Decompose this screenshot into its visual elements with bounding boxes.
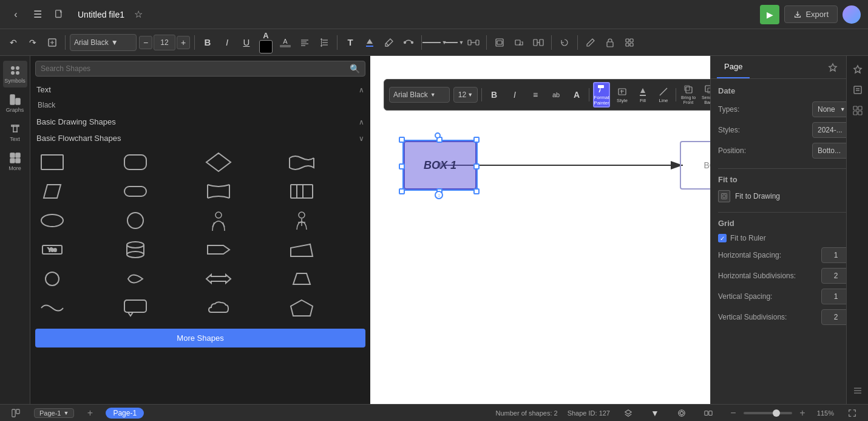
shape-circle-small[interactable] <box>35 265 69 292</box>
shape-decision[interactable]: Yes <box>35 236 69 263</box>
canvas-area[interactable]: Arial Black ▼ 12 ▼ B I ≡ ab A Format Pai… <box>370 56 710 404</box>
connection-button[interactable] <box>400 34 417 51</box>
menu-button[interactable]: ☰ <box>29 6 46 23</box>
shape-callout[interactable] <box>118 295 152 321</box>
float-fill-button[interactable]: Fill <box>634 82 651 108</box>
shape-ellipse[interactable] <box>35 207 69 234</box>
page-add-button[interactable]: + <box>84 407 96 419</box>
play-button[interactable]: ▶ <box>760 5 779 24</box>
text-align-button[interactable] <box>296 34 313 51</box>
lock-button[interactable] <box>602 34 619 51</box>
box1[interactable]: BOX 1 <box>404 141 476 190</box>
float-send-to-back-button[interactable]: Send to Back <box>700 82 710 108</box>
edit-button[interactable] <box>582 34 599 51</box>
float-align-button[interactable]: ≡ <box>527 86 544 103</box>
waypoint-button[interactable] <box>465 34 482 51</box>
shape-wave[interactable] <box>285 149 318 176</box>
text-section-header[interactable]: Text ∧ <box>30 81 370 98</box>
shape-cylinder-side[interactable] <box>202 178 235 205</box>
text-format-button[interactable]: T <box>342 34 359 51</box>
rotation-handle[interactable] <box>435 132 441 139</box>
float-A-button[interactable]: A <box>568 86 585 103</box>
more-shapes-button[interactable]: More Shapes <box>35 329 365 347</box>
handle-left-middle[interactable] <box>399 163 405 169</box>
rotate-button[interactable] <box>556 34 573 51</box>
format-button[interactable] <box>44 34 61 51</box>
user-avatar[interactable] <box>843 5 861 24</box>
float-font-select[interactable]: Arial Black ▼ <box>389 87 450 103</box>
float-italic-button[interactable]: I <box>506 86 523 103</box>
status-layout-icon[interactable] <box>7 405 24 422</box>
strip-icon-star[interactable] <box>849 61 866 78</box>
handle-top-left[interactable] <box>399 137 405 143</box>
redo-button[interactable]: ↷ <box>24 34 41 51</box>
layout-button[interactable] <box>530 34 547 51</box>
layer-icon[interactable] <box>620 405 637 422</box>
font-size-increase[interactable]: + <box>177 36 190 49</box>
connector-style-button[interactable]: ▼ <box>446 34 463 51</box>
box2[interactable]: BOX 2 <box>680 141 710 190</box>
font-size-value[interactable]: 12 <box>154 35 175 50</box>
undo-button[interactable]: ↶ <box>5 34 22 51</box>
underline-button[interactable]: U <box>238 34 255 51</box>
fullscreen-button[interactable] <box>844 405 861 422</box>
shape-diamond[interactable] <box>202 149 235 176</box>
shape-arrow-left-right[interactable] <box>202 265 235 292</box>
zoom-thumb[interactable] <box>773 409 780 417</box>
shape-person-outline[interactable] <box>285 207 318 234</box>
font-color-button[interactable]: A <box>257 34 274 51</box>
export-button[interactable]: Export <box>784 5 838 23</box>
line-style-button[interactable]: ▼ <box>426 34 443 51</box>
sidebar-item-graphs[interactable]: Graphs <box>3 90 27 117</box>
shape-wave2[interactable] <box>35 295 69 321</box>
basic-shapes-header[interactable]: Basic Drawing Shapes ∧ <box>30 114 370 130</box>
page-tab-1[interactable]: Page-1 <box>106 408 144 419</box>
back-button[interactable]: ‹ <box>7 6 24 23</box>
line-spacing-button[interactable] <box>316 34 333 51</box>
strip-icon-list[interactable] <box>849 382 866 399</box>
shape-cloud[interactable] <box>202 295 235 321</box>
favorite-icon[interactable]: ☆ <box>134 9 143 20</box>
handle-right-middle[interactable] <box>473 163 480 169</box>
shape-circle[interactable] <box>118 207 152 234</box>
move-handle[interactable]: ↕ <box>435 191 443 199</box>
float-format-painter-button[interactable]: Format Painter <box>593 82 610 108</box>
resize-button[interactable] <box>510 34 527 51</box>
float-bold-button[interactable]: B <box>486 86 503 103</box>
float-style-button[interactable]: Style <box>614 82 631 108</box>
zoom-slider[interactable] <box>744 412 792 414</box>
zoom-in-button[interactable]: + <box>796 406 809 420</box>
sidebar-item-text[interactable]: Text <box>3 119 27 146</box>
shape-rectangle[interactable] <box>35 149 69 176</box>
page-selector[interactable]: Page-1 ▼ <box>34 408 74 418</box>
float-line-button[interactable]: Line <box>655 82 672 108</box>
extra-button[interactable] <box>621 34 638 51</box>
shape-lens[interactable] <box>118 265 152 292</box>
font-family-select[interactable]: Arial Black ▼ <box>70 34 137 51</box>
handle-bottom-right[interactable] <box>473 188 480 194</box>
container-button[interactable] <box>491 34 508 51</box>
fill-button[interactable] <box>361 34 378 51</box>
shape-striped[interactable] <box>285 178 318 205</box>
shape-parallelogram[interactable] <box>35 178 69 205</box>
status-icon2[interactable]: ▼ <box>646 405 663 422</box>
shape-arrow-right[interactable] <box>202 236 235 263</box>
shape-stadium[interactable] <box>118 178 152 205</box>
float-bring-to-front-button[interactable]: Bring to Front <box>680 82 697 108</box>
strip-icon-grid[interactable] <box>849 102 866 119</box>
zoom-out-button[interactable]: − <box>727 406 740 420</box>
float-ab-button[interactable]: ab <box>548 86 565 103</box>
italic-button[interactable]: I <box>219 34 236 51</box>
tab-page[interactable]: Page <box>717 56 750 78</box>
handle-top-right[interactable] <box>473 137 480 143</box>
panel-icon-star[interactable] <box>824 59 841 76</box>
handle-bottom-left[interactable] <box>399 188 405 194</box>
fit-to-ruler-checkbox[interactable]: ✓ <box>718 234 727 242</box>
sidebar-item-more[interactable]: More <box>3 148 27 175</box>
search-input[interactable] <box>41 64 346 73</box>
shape-pentagon[interactable] <box>285 295 318 321</box>
shape-trapezoid[interactable] <box>285 265 318 292</box>
strip-icon-format[interactable] <box>849 81 866 98</box>
sidebar-item-symbols[interactable]: Symbols <box>3 61 27 87</box>
font-size-decrease[interactable]: − <box>139 36 152 49</box>
